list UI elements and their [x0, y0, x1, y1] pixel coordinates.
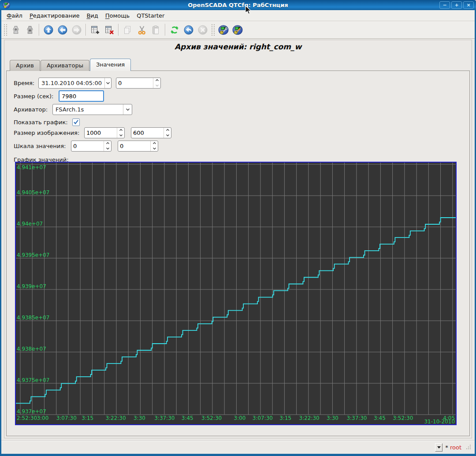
- toolbar-button-forward: [70, 23, 84, 37]
- app-icon: [2, 1, 11, 9]
- time-combobox[interactable]: 31.10.2010 04:05:00: [38, 78, 112, 89]
- toolbar-button-paste: [149, 23, 163, 37]
- scale-min-spinbox[interactable]: [71, 141, 112, 152]
- y-tick-label: 4.939e+07: [17, 283, 46, 289]
- time-value: 31.10.2010 04:05:00: [39, 80, 104, 86]
- scale-min-input[interactable]: [71, 141, 104, 151]
- size-input[interactable]: [59, 90, 104, 102]
- x-tick-label: 3:07:30: [56, 415, 77, 421]
- x-tick-label: 3:45: [374, 415, 386, 421]
- archiver-value: FSArch.1s: [53, 106, 123, 113]
- toolbar-button-qtcfg[interactable]: [216, 23, 231, 37]
- toolbar-button-back[interactable]: [56, 23, 70, 37]
- image-height-input[interactable]: [131, 128, 164, 138]
- menu-item-edit[interactable]: Редактирование: [26, 11, 83, 20]
- window-border: [0, 454, 476, 456]
- image-width-input[interactable]: [85, 128, 117, 138]
- show-graph-label: Показать график:: [14, 119, 72, 126]
- tab-archive[interactable]: Архив: [10, 60, 40, 71]
- toolbar-button-refresh[interactable]: [167, 23, 182, 37]
- image-size-label: Размер изображения:: [14, 130, 84, 136]
- stop-icon: [197, 25, 208, 35]
- menu-item-file[interactable]: Файл: [3, 11, 26, 20]
- toolbar-separator: [39, 24, 40, 36]
- scale-max-input[interactable]: [118, 141, 150, 151]
- up-icon: [43, 25, 54, 35]
- qtcfg-icon: [218, 24, 229, 36]
- tab-values[interactable]: Значения: [90, 59, 131, 71]
- toolbar-handle[interactable]: [4, 24, 7, 36]
- menu-item-view[interactable]: Вид: [83, 11, 101, 20]
- time-label: Время:: [14, 80, 38, 86]
- paste-icon: [151, 25, 161, 35]
- x-tick-label: 3:45: [182, 415, 193, 421]
- app-window: OpenSCADA QTCfg: РабСтнция − + × ФайлРед…: [0, 0, 476, 456]
- archiver-combobox[interactable]: FSArch.1s: [52, 104, 132, 115]
- spin-down-icon[interactable]: [151, 146, 158, 151]
- toolbar-button-cut[interactable]: [135, 23, 149, 37]
- toolbar-button-up[interactable]: [41, 23, 56, 37]
- close-button[interactable]: ×: [463, 1, 474, 9]
- spin-down-icon[interactable]: [164, 133, 171, 138]
- refresh-icon: [169, 25, 180, 35]
- x-tick-label: 3:30: [134, 415, 145, 421]
- y-tick-label: 4.941e+07: [17, 164, 46, 171]
- forward-icon: [71, 25, 82, 35]
- chevron-down-icon[interactable]: [123, 104, 132, 115]
- spin-up-icon[interactable]: [164, 128, 171, 133]
- x-tick-label: 2:52:30: [17, 415, 37, 421]
- y-tick-label: 4.938e+07: [17, 346, 46, 352]
- spin-down-icon[interactable]: [104, 146, 111, 151]
- page-title: Архив значений: right_com_w: [0, 42, 476, 51]
- y-tick-label: 4.9405e+07: [17, 189, 49, 196]
- image-width-spinbox[interactable]: [84, 127, 125, 138]
- y-tick-label: 4.9375e+07: [17, 377, 49, 383]
- tab-bar: АрхивАрхиваторыЗначения: [10, 59, 131, 71]
- x-tick-label: 3:15: [82, 415, 93, 421]
- toolbar-button-save[interactable]: [23, 23, 37, 37]
- qtvision-icon: [232, 24, 243, 36]
- toolbar-button-load[interactable]: [9, 23, 23, 37]
- spin-up-icon[interactable]: [104, 141, 111, 146]
- toolbar-button-delete-item[interactable]: [102, 23, 116, 37]
- x-tick-label: 3:00: [234, 415, 246, 421]
- chevron-down-icon[interactable]: [104, 78, 111, 88]
- image-height-spinbox[interactable]: [131, 127, 171, 138]
- x-tick-label: 3:52:30: [201, 415, 222, 421]
- x-tick-label: 3:15: [279, 415, 291, 421]
- y-tick-label: 4.9395e+07: [17, 252, 49, 258]
- toolbar-handle[interactable]: [212, 24, 215, 36]
- resize-grip-icon[interactable]: [466, 444, 471, 451]
- time-usec-spinbox[interactable]: [116, 78, 161, 89]
- spin-up-icon[interactable]: [153, 78, 160, 83]
- toolbar-button-qtvision[interactable]: [231, 23, 245, 37]
- back-icon: [57, 25, 68, 35]
- scale-label: Шкала значения:: [14, 143, 71, 149]
- save-icon: [25, 25, 35, 35]
- show-graph-checkbox[interactable]: [72, 119, 80, 126]
- time-usec-input[interactable]: [116, 78, 153, 88]
- toolbar-button-add-item[interactable]: [88, 23, 102, 37]
- spin-down-icon[interactable]: [117, 133, 124, 138]
- window-border: [0, 10, 1, 456]
- x-tick-label: 3:00: [37, 415, 48, 421]
- menu-item-help[interactable]: Помощь: [102, 11, 133, 20]
- tab-content-frame: Время: 31.10.2010 04:05:00 Размер (сек):…: [6, 70, 470, 436]
- maximize-button[interactable]: +: [451, 1, 462, 9]
- menu-bar: ФайлРедактированиеВидПомощьQTStarter: [1, 10, 475, 21]
- tab-archivators[interactable]: Архиваторы: [41, 60, 89, 71]
- x-tick-label: 3:37:30: [346, 415, 367, 421]
- start-icon: [183, 25, 194, 35]
- spin-up-icon[interactable]: [151, 141, 158, 146]
- scale-max-spinbox[interactable]: [118, 141, 158, 152]
- status-user-dropdown-button[interactable]: [435, 443, 443, 452]
- toolbar: [1, 21, 475, 39]
- minimize-button[interactable]: −: [439, 1, 450, 9]
- menu-item-qtstarter[interactable]: QTStarter: [133, 11, 168, 20]
- x-tick-label: 3:22:30: [105, 415, 126, 421]
- spin-up-icon[interactable]: [117, 128, 124, 133]
- window-title: OpenSCADA QTCfg: РабСтнция: [0, 2, 476, 8]
- toolbar-button-start[interactable]: [182, 23, 196, 37]
- toolbar-button-stop: [196, 23, 210, 37]
- spin-down-icon[interactable]: [153, 83, 160, 88]
